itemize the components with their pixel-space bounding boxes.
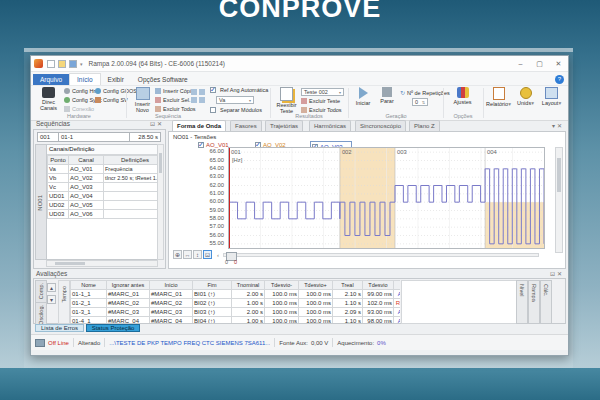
move-down-icon[interactable]	[191, 97, 197, 103]
pin-icon[interactable]: ⊡	[550, 271, 557, 277]
table-row[interactable]: 01-1_1#MARC_01#MARC_01BI01 (↑)2.00 s100.…	[71, 290, 401, 299]
zoom-h-fit-button[interactable]: ↔	[183, 250, 192, 259]
config-hrd-button[interactable]: Config Hrd	[64, 88, 98, 94]
delete-icon	[301, 98, 307, 104]
chart-vertical-scrollbar[interactable]	[555, 147, 563, 253]
tab-sincronoscopio[interactable]: Sincronoscópio	[355, 120, 406, 131]
table-row[interactable]: UD02 AO_V05	[48, 201, 161, 210]
horizontal-scrollbar[interactable]	[46, 260, 158, 267]
tab-arquivo[interactable]: Arquivo	[33, 74, 69, 85]
table-row[interactable]: 01-2_1#MARC_02#MARC_02BI02 (↑)1.00 s100.…	[71, 299, 401, 308]
inserir-novo-button[interactable]: Inserir Novo	[129, 87, 156, 114]
separar-modulos-checkbox[interactable]: Separar Módulos	[210, 107, 262, 113]
zoom-v-fit-button[interactable]: ↕	[193, 250, 202, 259]
table-row[interactable]: UD03 AO_V06	[48, 210, 161, 219]
ribbon-separator	[126, 88, 127, 118]
table-row[interactable]: 01-4_1#MARC_04#MARC_04BI04 (↑)1.00 s100.…	[71, 317, 401, 324]
table-row[interactable]: Vc AO_V03	[48, 183, 161, 192]
modified-status: Alterado	[78, 340, 100, 346]
chevron-down-icon: ▾	[249, 98, 251, 103]
subtab-status-protecao[interactable]: Status Proteção	[86, 324, 141, 332]
tab-exibir[interactable]: Exibir	[101, 74, 131, 85]
side-tab-oscilog[interactable]: Oscilog.	[35, 302, 47, 325]
time-slider-track[interactable]	[223, 253, 539, 257]
checkbox-icon	[210, 107, 216, 113]
cell: BI04 (↑)	[193, 317, 232, 324]
y-tick-label: 56.00	[209, 232, 224, 238]
sequence-number: 001	[37, 132, 59, 142]
open-folder-icon[interactable]	[58, 60, 66, 68]
direc-canais-button[interactable]: Direc Canais	[35, 87, 62, 114]
cell: #MARC_01	[150, 290, 193, 299]
tab-trajetorias[interactable]: Trajetórias	[265, 120, 303, 131]
sequence-row[interactable]: 001 01-1 28.50 s	[37, 132, 161, 142]
pin-icon[interactable]: ⊡	[150, 121, 157, 127]
repeticoes-spinner[interactable]: 0⇅	[412, 98, 428, 106]
excluir-sel-button[interactable]: Excluir Sel.	[155, 97, 191, 103]
tab-plano-z[interactable]: Plano Z	[409, 120, 440, 131]
slider-left-arrow-icon[interactable]: ‹	[217, 252, 219, 258]
close-icon[interactable]: ✕	[157, 121, 164, 127]
subtab-lista-de-erros[interactable]: Lista de Erros	[35, 324, 84, 332]
table-row[interactable]: 01-3_1#MARC_03#MARC_03BI03 (↑)2.00 s100.…	[71, 308, 401, 317]
move-row-up-icon[interactable]: ▴	[47, 283, 56, 292]
unids-button[interactable]: Unids▾	[512, 87, 539, 114]
move-up-icon[interactable]	[191, 89, 197, 95]
tab-opcoes-software[interactable]: Opções Software	[131, 74, 195, 85]
cell-canal: AO_V05	[69, 201, 104, 210]
move-row-down-icon[interactable]: ▾	[47, 295, 56, 304]
move-bottom-icon[interactable]	[199, 97, 205, 103]
checkbox-icon	[210, 87, 216, 93]
close-button[interactable]: ✕	[549, 56, 568, 71]
help-icon[interactable]: ?	[555, 75, 564, 84]
ref-ang-select[interactable]: Va▾	[216, 96, 254, 104]
tab-forma-de-onda[interactable]: Forma de Onda	[172, 120, 226, 131]
open-file-link[interactable]: ...\TESTE DE PKP TEMPO FREQ CTC SIEMENS …	[109, 340, 270, 346]
parar-button[interactable]: Parar	[376, 87, 398, 114]
ribbon-group-sequencia: Inserir Novo Inserir Cópia Excluir Sel. …	[128, 86, 268, 119]
iniciar-button[interactable]: Iniciar	[352, 87, 374, 114]
table-row[interactable]: Vb AO_V02 tIncr 2.50 s; tReset 1.00 s	[48, 174, 161, 183]
right-tab-rampa[interactable]: Rampa	[528, 280, 540, 324]
close-icon[interactable]: ✕	[557, 123, 564, 129]
tab-inicio[interactable]: Início	[69, 73, 101, 85]
tab-harmonicas[interactable]: Harmônicas	[309, 120, 351, 131]
table-row[interactable]: Va AO_V01 Frequência...	[48, 165, 161, 174]
move-top-icon[interactable]	[199, 89, 205, 95]
y-tick-label: 61.00	[209, 190, 224, 196]
close-icon[interactable]: ✕	[557, 271, 564, 277]
zoom-all-button[interactable]: ⊡	[203, 250, 212, 259]
backdrop-light-strip	[24, 48, 573, 52]
cell-ponto: UD03	[48, 210, 69, 219]
right-tab-nivel[interactable]: Nível	[516, 280, 528, 324]
qat-dropdown-icon[interactable]: ▾	[80, 61, 83, 67]
vertical-scrollbar[interactable]	[157, 144, 164, 260]
zoom-in-button[interactable]: ⊕	[173, 250, 182, 259]
excluir-teste-button[interactable]: Excluir Teste	[301, 98, 340, 104]
inserir-copia-button[interactable]: Inserir Cópia	[155, 88, 194, 94]
cell-canal: AO_V06	[69, 210, 104, 219]
ref-ang-checkbox[interactable]: Ref Ang Automática	[210, 87, 268, 93]
row-reorder-controls: ▴ ▾	[47, 283, 56, 321]
relatorio-button[interactable]: Relatório▾	[485, 87, 512, 114]
tab-fasores[interactable]: Fasores	[230, 120, 262, 131]
table-row[interactable]: UD01 AO_V04	[48, 192, 161, 201]
save-icon[interactable]	[69, 60, 77, 68]
new-file-icon[interactable]	[47, 60, 55, 68]
right-tab-calc[interactable]: Cálc.	[540, 280, 552, 324]
ajustes-button[interactable]: Ajustes	[449, 87, 476, 114]
conexao-button[interactable]: Conexão	[64, 106, 94, 112]
teste-select[interactable]: Teste 002▾	[301, 88, 344, 96]
reexibir-teste-button[interactable]: Reexibir Teste	[273, 87, 300, 114]
maximize-button[interactable]: ▢	[530, 56, 549, 71]
excluir-todos-button[interactable]: Excluir Todos	[155, 106, 196, 112]
node-tab-no01[interactable]: NO01	[37, 195, 43, 211]
y-tick-label: 65.00	[209, 157, 224, 163]
minimize-button[interactable]: –	[511, 56, 530, 71]
layout-button[interactable]: Layout▾	[538, 87, 565, 114]
config-sv-button[interactable]: Config SV	[95, 97, 128, 103]
side-tab-comp[interactable]: Comp.	[35, 280, 47, 303]
app-icon	[34, 59, 43, 68]
chart-plot[interactable]: 001002003004 [Hz]	[228, 147, 545, 249]
cell: 100.0 ms	[265, 317, 299, 324]
